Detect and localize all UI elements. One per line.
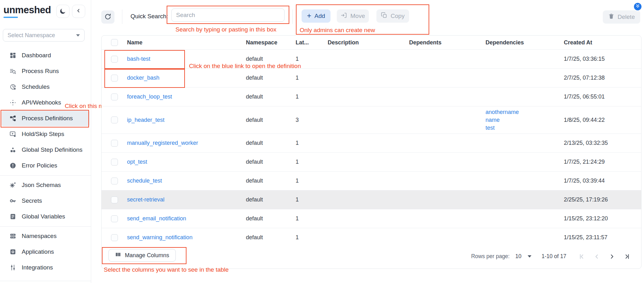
row-latest: 1 — [296, 178, 328, 184]
double-chevron-down-badge[interactable] — [633, 2, 642, 11]
row-checkbox[interactable] — [111, 75, 118, 82]
sidebar-item-label: Process Definitions — [22, 115, 73, 122]
column-header-latest[interactable]: Lat... — [296, 39, 328, 46]
select-all-checkbox[interactable] — [111, 39, 118, 46]
dashboard-icon — [9, 52, 16, 59]
dependency-link[interactable]: name — [486, 116, 561, 124]
refresh-icon — [104, 13, 112, 21]
column-header-description[interactable]: Description — [328, 39, 409, 46]
column-header-created-at[interactable]: Created At — [564, 39, 641, 46]
sidebar-item-label: Global Step Definitions — [22, 146, 82, 153]
row-name-link[interactable]: secret-retrieval — [127, 196, 164, 203]
sidebar-item-hold-skip-steps[interactable]: Hold/Skip Steps — [0, 126, 91, 142]
sidebar-item-error-policies[interactable]: Error Policies — [0, 158, 91, 173]
column-header-namespace[interactable]: Namespace — [246, 39, 296, 46]
table-row[interactable]: schedule_test default 1 1/7/25, 03:39:44 — [102, 171, 641, 190]
annotation-blue-link-hint: Click on the blue link to open the defin… — [189, 63, 301, 70]
sidebar-collapse-button[interactable] — [72, 5, 85, 18]
previous-page-button[interactable] — [591, 251, 602, 262]
namespace-select[interactable]: Select Namespace — [3, 29, 85, 42]
dependency-link[interactable]: anothername — [486, 108, 561, 116]
row-dependencies — [486, 57, 564, 61]
manage-columns-button[interactable]: Manage Columns — [108, 249, 176, 262]
row-name-link[interactable]: bash-test — [127, 56, 150, 62]
hold-skip-steps-icon — [9, 131, 16, 138]
last-page-button[interactable] — [622, 251, 632, 262]
table-row[interactable]: ip_header_test default 3 anothernamename… — [102, 106, 641, 133]
next-page-button[interactable] — [607, 251, 617, 262]
table-row[interactable]: opt_test default 1 1/7/25, 21:24:29 — [102, 152, 641, 171]
row-name-link[interactable]: manually_registered_worker — [127, 140, 198, 146]
search-input[interactable] — [171, 8, 285, 22]
toolbar-divider — [122, 9, 122, 24]
row-checkbox[interactable] — [111, 93, 118, 100]
annotation-admin-hint: Only admins can create new — [300, 27, 375, 34]
row-created-at: 1/8/25, 09:44:22 — [564, 117, 641, 123]
table-row[interactable]: secret-retrieval default 1 2/25/25, 17:1… — [102, 190, 641, 209]
row-checkbox[interactable] — [111, 159, 118, 166]
row-checkbox[interactable] — [111, 234, 118, 241]
sidebar-item-process-runs[interactable]: Process Runs — [0, 63, 91, 79]
sidebar-item-global-variables[interactable]: Global Variables — [0, 209, 91, 224]
sidebar-item-secrets[interactable]: Secrets — [0, 193, 91, 209]
column-header-dependencies[interactable]: Dependencies — [486, 39, 564, 46]
add-button[interactable]: + Add — [302, 9, 330, 23]
row-checkbox[interactable] — [111, 140, 118, 147]
row-dependencies — [486, 141, 564, 145]
refresh-button[interactable] — [101, 10, 114, 24]
sidebar-item-integrations[interactable]: Integrations — [0, 260, 91, 275]
row-name-link[interactable]: ip_header_test — [127, 117, 164, 123]
move-button[interactable]: Move — [337, 9, 369, 23]
global-variables-icon — [9, 213, 16, 220]
row-latest: 1 — [296, 196, 328, 203]
row-name-link[interactable]: foreach_loop_test — [127, 93, 172, 100]
row-name-link[interactable]: send_warning_notification — [127, 234, 192, 241]
sidebar-item-applications[interactable]: Applications — [0, 244, 91, 260]
row-name-link[interactable]: schedule_test — [127, 178, 162, 184]
row-latest: 1 — [296, 93, 328, 100]
row-name-link[interactable]: docker_bash — [127, 75, 159, 81]
column-header-dependents[interactable]: Dependents — [409, 39, 486, 46]
row-created-at: 2/13/25, 03:32:35 — [564, 140, 641, 146]
rows-per-page-value[interactable]: 10 — [515, 253, 521, 260]
row-dependencies — [486, 179, 564, 183]
api-webhooks-icon — [9, 99, 16, 106]
dark-mode-toggle[interactable] — [56, 5, 69, 18]
rows-per-page-caret-icon[interactable] — [528, 255, 531, 258]
app-window: unmeshed Select Namespace Dashboard — [0, 0, 644, 283]
double-chevron-down-icon — [635, 3, 640, 10]
table-row[interactable]: foreach_loop_test default 1 1/7/25, 06:5… — [102, 87, 641, 106]
sidebar-item-dashboard[interactable]: Dashboard — [0, 48, 91, 63]
table-header-row: Name Namespace Lat... Description Depend… — [102, 36, 641, 49]
row-name-link[interactable]: opt_test — [127, 159, 147, 165]
delete-button[interactable]: Delete — [603, 10, 640, 24]
table-row[interactable]: send_warning_notification default 1 1/15… — [102, 228, 641, 247]
sidebar-item-json-schemas[interactable]: Json Schemas — [0, 177, 91, 193]
sidebar-item-namespaces[interactable]: Namespaces — [0, 228, 91, 244]
namespaces-icon — [9, 233, 16, 240]
integrations-icon — [9, 264, 16, 271]
table-row[interactable]: manually_registered_worker default 1 2/1… — [102, 133, 641, 152]
row-checkbox[interactable] — [111, 116, 118, 123]
column-header-name[interactable]: Name — [127, 39, 246, 46]
sidebar-item-label: Process Runs — [22, 68, 59, 75]
table-row[interactable]: send_email_notification default 1 1/15/2… — [102, 209, 641, 228]
row-name-link[interactable]: send_email_notification — [127, 215, 186, 222]
sidebar-item-process-definitions[interactable]: Process Definitions — [2, 110, 90, 126]
row-checkbox[interactable] — [111, 178, 118, 184]
first-page-button[interactable] — [576, 251, 587, 262]
sidebar: unmeshed Select Namespace Dashboard — [0, 0, 91, 283]
sidebar-item-schedules[interactable]: Schedules — [0, 79, 91, 95]
table-row[interactable]: bash-test default 1 1/7/25, 03:36:15 — [102, 49, 641, 68]
dependency-link[interactable]: test — [486, 124, 561, 132]
sidebar-item-label: Schedules — [22, 83, 50, 90]
row-latest: 1 — [296, 234, 328, 241]
sidebar-item-label: Applications — [22, 248, 54, 255]
table-row[interactable]: docker_bash default 1 2/7/25, 07:12:38 — [102, 68, 641, 87]
row-checkbox[interactable] — [111, 196, 118, 203]
copy-button[interactable]: Copy — [376, 9, 409, 23]
row-checkbox[interactable] — [111, 215, 118, 222]
row-checkbox[interactable] — [111, 56, 118, 63]
applications-icon — [9, 248, 16, 255]
sidebar-item-global-step-definitions[interactable]: Global Step Definitions — [0, 142, 91, 158]
